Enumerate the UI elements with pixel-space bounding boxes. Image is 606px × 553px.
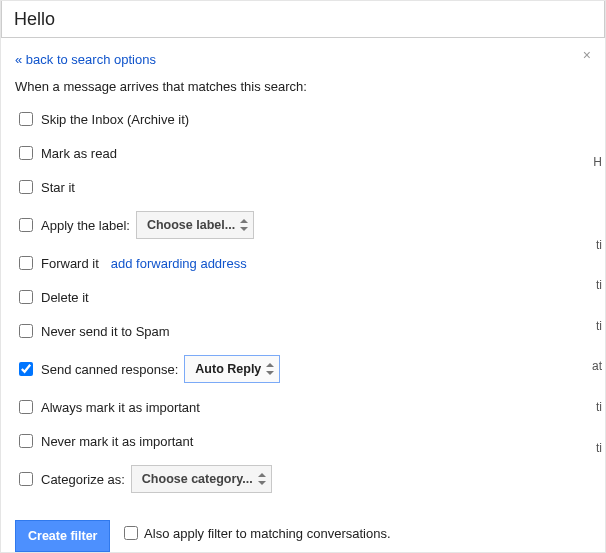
option-never-spam: Never send it to Spam — [15, 316, 591, 346]
never-spam-label: Never send it to Spam — [41, 324, 170, 339]
canned-response-checkbox[interactable] — [19, 362, 33, 376]
always-important-checkbox[interactable] — [19, 400, 33, 414]
also-apply-label: Also apply filter to matching conversati… — [144, 526, 390, 541]
updown-icon — [258, 473, 266, 485]
never-important-label: Never mark it as important — [41, 434, 193, 449]
delete-it-label: Delete it — [41, 290, 89, 305]
option-apply-label: Apply the label: Choose label... — [15, 206, 591, 244]
also-apply-row: Also apply filter to matching conversati… — [124, 526, 390, 541]
option-mark-read: Mark as read — [15, 138, 591, 168]
apply-label-label: Apply the label: — [41, 218, 130, 233]
canned-response-select-value: Auto Reply — [195, 362, 261, 376]
intro-text: When a message arrives that matches this… — [15, 79, 591, 94]
mark-read-label: Mark as read — [41, 146, 117, 161]
delete-it-checkbox[interactable] — [19, 290, 33, 304]
option-delete-it: Delete it — [15, 282, 591, 312]
search-bar[interactable]: Hello — [1, 1, 605, 38]
skip-inbox-checkbox[interactable] — [19, 112, 33, 126]
option-always-important: Always mark it as important — [15, 392, 591, 422]
option-send-canned-response: Send canned response: Auto Reply — [15, 350, 591, 388]
option-never-important: Never mark it as important — [15, 426, 591, 456]
close-icon[interactable]: × — [583, 47, 591, 63]
apply-label-select-value: Choose label... — [147, 218, 235, 232]
canned-response-select[interactable]: Auto Reply — [184, 355, 280, 383]
always-important-label: Always mark it as important — [41, 400, 200, 415]
also-apply-checkbox[interactable] — [124, 526, 138, 540]
option-skip-inbox: Skip the Inbox (Archive it) — [15, 104, 591, 134]
never-spam-checkbox[interactable] — [19, 324, 33, 338]
updown-icon — [240, 219, 248, 231]
categorize-label: Categorize as: — [41, 472, 125, 487]
forward-it-label: Forward it — [41, 256, 99, 271]
categorize-checkbox[interactable] — [19, 472, 33, 486]
star-it-label: Star it — [41, 180, 75, 195]
apply-label-checkbox[interactable] — [19, 218, 33, 232]
canned-response-label: Send canned response: — [41, 362, 178, 377]
option-star-it: Star it — [15, 172, 591, 202]
filter-options-panel: « back to search options When a message … — [1, 38, 605, 553]
mark-read-checkbox[interactable] — [19, 146, 33, 160]
option-categorize-as: Categorize as: Choose category... — [15, 460, 591, 498]
search-query-text: Hello — [2, 9, 55, 30]
categorize-select-value: Choose category... — [142, 472, 253, 486]
add-forwarding-address-link[interactable]: add forwarding address — [111, 256, 247, 271]
star-it-checkbox[interactable] — [19, 180, 33, 194]
back-to-search-options-link[interactable]: « back to search options — [15, 52, 156, 67]
apply-label-select[interactable]: Choose label... — [136, 211, 254, 239]
footer: Create filter Also apply filter to match… — [15, 520, 591, 553]
categorize-select[interactable]: Choose category... — [131, 465, 272, 493]
forward-it-checkbox[interactable] — [19, 256, 33, 270]
create-filter-button[interactable]: Create filter — [15, 520, 110, 552]
never-important-checkbox[interactable] — [19, 434, 33, 448]
option-forward-it: Forward it add forwarding address — [15, 248, 591, 278]
skip-inbox-label: Skip the Inbox (Archive it) — [41, 112, 189, 127]
updown-icon — [266, 363, 274, 375]
